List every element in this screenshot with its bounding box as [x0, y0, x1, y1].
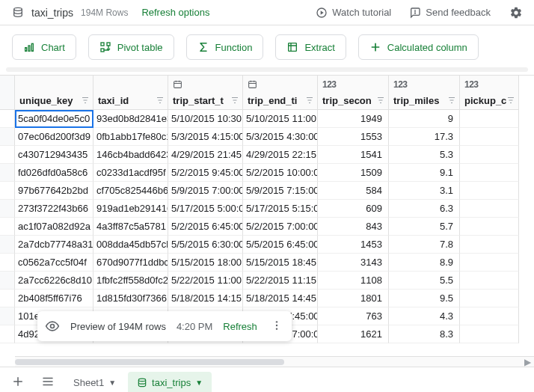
- all-sheets-button[interactable]: [34, 370, 61, 393]
- refresh-options-link[interactable]: Refresh options: [141, 7, 209, 18]
- cell[interactable]: [460, 218, 519, 236]
- sheet-tab-active[interactable]: taxi_trips ▼: [128, 372, 212, 393]
- settings-button[interactable]: [509, 5, 524, 20]
- cell[interactable]: 763: [318, 307, 389, 325]
- row-header[interactable]: [0, 218, 15, 236]
- row-header[interactable]: [0, 290, 15, 307]
- cell[interactable]: 5/2/2015 7:00:00: [243, 218, 318, 236]
- filter-icon[interactable]: [230, 96, 239, 105]
- cell[interactable]: 97b677642b2bd: [15, 182, 93, 200]
- cell[interactable]: 7.8: [389, 236, 460, 254]
- cell[interactable]: ac1f07a082d92a: [15, 218, 93, 236]
- cell[interactable]: 1621: [318, 325, 389, 343]
- cell[interactable]: [460, 164, 519, 182]
- column-header[interactable]: 123 trip_miles: [389, 76, 460, 110]
- cell[interactable]: 1108: [318, 272, 389, 290]
- cell[interactable]: 4/29/2015 22:15: [243, 146, 318, 164]
- cell[interactable]: c430712943435: [15, 146, 93, 164]
- cell[interactable]: 3143: [318, 254, 389, 272]
- cell[interactable]: cf705c825446b66: [93, 182, 168, 200]
- sheet-tab[interactable]: Sheet1 ▼: [64, 372, 125, 393]
- cell[interactable]: 5/22/2015 11:15: [243, 272, 318, 290]
- cell[interactable]: 9.1: [389, 164, 460, 182]
- cell[interactable]: 609: [318, 200, 389, 218]
- cell[interactable]: [460, 325, 519, 343]
- cell[interactable]: 4.3: [389, 307, 460, 325]
- cell[interactable]: 1801: [318, 290, 389, 307]
- row-header[interactable]: [0, 110, 15, 128]
- scrollbar-thumb[interactable]: [15, 359, 284, 365]
- cell[interactable]: 1949: [318, 110, 389, 128]
- filter-icon[interactable]: [506, 96, 515, 105]
- cell[interactable]: 1553: [318, 128, 389, 146]
- filter-icon[interactable]: [305, 96, 314, 105]
- cell[interactable]: 5/2/2015 6:45:00: [168, 218, 243, 236]
- cell[interactable]: 919ad1eb291416: [93, 200, 168, 218]
- cell[interactable]: 9: [389, 110, 460, 128]
- cell[interactable]: [460, 272, 519, 290]
- cell[interactable]: 008dda45db57cb: [93, 236, 168, 254]
- cell[interactable]: 93ed0b8d2841e3: [93, 110, 168, 128]
- cell[interactable]: 9.5: [389, 290, 460, 307]
- column-header[interactable]: taxi_id: [93, 76, 168, 110]
- cell[interactable]: 5/3/2015 4:30:00: [243, 128, 318, 146]
- cell[interactable]: 5/18/2015 14:45: [243, 290, 318, 307]
- cell[interactable]: 5/15/2015 18:00: [168, 254, 243, 272]
- cell[interactable]: [460, 146, 519, 164]
- cell[interactable]: 5ca0f04de0e5c0: [15, 110, 93, 128]
- cell[interactable]: 5/17/2015 5:15:0: [243, 200, 318, 218]
- cell[interactable]: 146cb4badd64238: [93, 146, 168, 164]
- cell[interactable]: 5/3/2015 4:15:00: [168, 128, 243, 146]
- cell[interactable]: 5/10/2015 11:00: [243, 110, 318, 128]
- cell[interactable]: 5/18/2015 14:15: [168, 290, 243, 307]
- cell[interactable]: 843: [318, 218, 389, 236]
- cell[interactable]: 6.3: [389, 200, 460, 218]
- row-header[interactable]: [0, 236, 15, 254]
- cell[interactable]: fd026dfd0a58c6: [15, 164, 93, 182]
- filter-icon[interactable]: [447, 96, 456, 105]
- cell[interactable]: 1fbfc2ff558d0fc2: [93, 272, 168, 290]
- cell[interactable]: 2a7cc6226c8d10: [15, 272, 93, 290]
- cell[interactable]: 5.5: [389, 272, 460, 290]
- cell[interactable]: 8.9: [389, 254, 460, 272]
- cell[interactable]: c0562a7cc5f04f: [15, 254, 93, 272]
- select-all-corner[interactable]: [0, 76, 15, 110]
- cell[interactable]: 4a3ff87c5a5781: [93, 218, 168, 236]
- preview-more-button[interactable]: [268, 319, 286, 334]
- watch-tutorial-link[interactable]: Watch tutorial: [316, 7, 391, 19]
- cell[interactable]: 273f3722f43b66: [15, 200, 93, 218]
- row-header[interactable]: [0, 307, 15, 325]
- column-header[interactable]: unique_key: [15, 76, 93, 110]
- column-header[interactable]: 123 pickup_c: [460, 76, 519, 110]
- cell[interactable]: [460, 290, 519, 307]
- row-header[interactable]: [0, 272, 15, 290]
- cell[interactable]: 5/2/2015 10:00:0: [243, 164, 318, 182]
- cell[interactable]: 5/10/2015 10:30: [168, 110, 243, 128]
- cell[interactable]: 5/5/2015 6:45:00: [243, 236, 318, 254]
- row-header[interactable]: [0, 164, 15, 182]
- cell[interactable]: [460, 254, 519, 272]
- filter-icon[interactable]: [376, 96, 385, 105]
- cell[interactable]: 5.7: [389, 218, 460, 236]
- add-sheet-button[interactable]: [4, 370, 31, 393]
- cell[interactable]: 5/22/2015 11:00: [168, 272, 243, 290]
- chart-button[interactable]: Chart: [12, 34, 76, 60]
- cell[interactable]: 17.3: [389, 128, 460, 146]
- row-header[interactable]: [0, 254, 15, 272]
- cell[interactable]: 1453: [318, 236, 389, 254]
- scroll-right-arrow[interactable]: ▶: [524, 357, 534, 367]
- cell[interactable]: [460, 200, 519, 218]
- row-header[interactable]: [0, 200, 15, 218]
- cell[interactable]: 5/5/2015 6:30:00: [168, 236, 243, 254]
- cell[interactable]: [460, 110, 519, 128]
- cell[interactable]: 1541: [318, 146, 389, 164]
- cell[interactable]: 2a7dcb77748a31: [15, 236, 93, 254]
- column-header[interactable]: trip_start_t: [168, 76, 243, 110]
- cell[interactable]: 1509: [318, 164, 389, 182]
- cell[interactable]: 5/9/2015 7:15:00: [243, 182, 318, 200]
- filter-icon[interactable]: [156, 96, 165, 105]
- cell[interactable]: 5.3: [389, 146, 460, 164]
- cell[interactable]: [460, 236, 519, 254]
- column-header[interactable]: trip_end_ti: [243, 76, 318, 110]
- cell[interactable]: 670d9077f1ddbc6: [93, 254, 168, 272]
